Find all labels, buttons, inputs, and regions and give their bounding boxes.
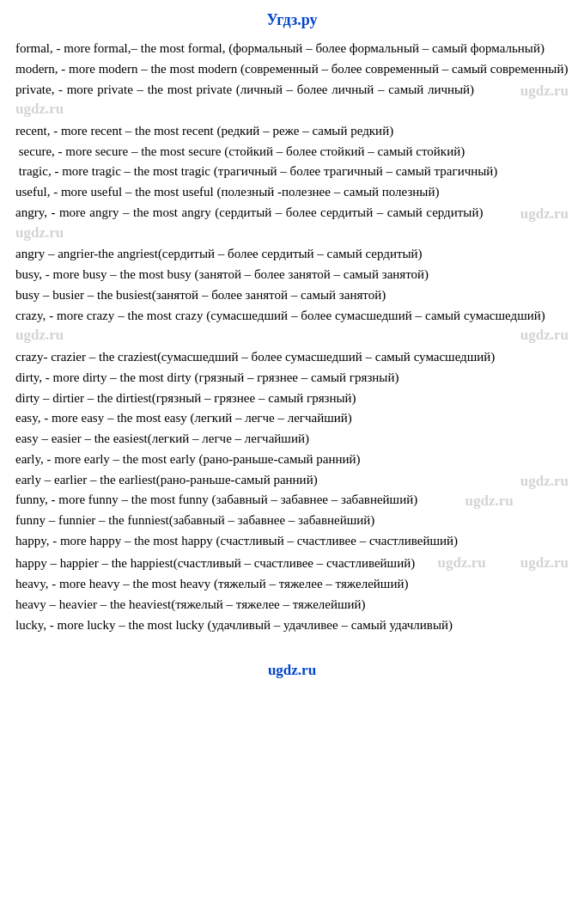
list-item: useful, - more useful – the most useful … <box>15 183 569 202</box>
list-item: heavy – heavier – the heaviest(тяжелый –… <box>15 596 569 615</box>
list-item: early, - more early – the most early (ра… <box>15 450 569 469</box>
list-item: early – earlier – the earliest(рано-рань… <box>15 471 569 490</box>
watermark-inline: ugdz.ru <box>520 471 569 493</box>
entry-text: crazy- crazier – the craziest(сумасшедши… <box>15 350 495 364</box>
site-header: Угдз.ру <box>0 0 584 36</box>
entry-text: easy – easier – the easiest(легкий – лег… <box>15 431 309 445</box>
entry-text: crazy, - more crazy – the most crazy (су… <box>15 309 545 322</box>
list-item: heavy, - more heavy – the most heavy (тя… <box>15 575 569 594</box>
list-item: crazy- crazier – the craziest(сумасшедши… <box>15 348 569 367</box>
entry-text: tragic, - more tragic – the most tragic … <box>15 164 497 178</box>
entry-text: early, - more early – the most early (ра… <box>15 452 361 466</box>
entry-text: heavy – heavier – the heaviest(тяжелый –… <box>15 597 366 611</box>
list-item: angry – angrier-the angriest(сердитый – … <box>15 245 569 264</box>
main-content: formal, - more formal,– the most formal,… <box>0 36 584 645</box>
list-item: angry, - more angry – the most angry (се… <box>15 204 569 243</box>
entry-text: recent, - more recent – the most recent … <box>15 124 393 138</box>
entry-text: busy, - more busy – the most busy (занят… <box>15 267 429 281</box>
entry-text: angry – angrier-the angriest(сердитый – … <box>15 247 423 260</box>
list-item: recent, - more recent – the most recent … <box>15 122 569 141</box>
entry-text: formal, - more formal,– the most formal,… <box>15 41 544 55</box>
entry-text: dirty, - more dirty – the most dirty (гр… <box>15 370 398 384</box>
list-item: funny, - more funny – the most funny (за… <box>15 491 569 510</box>
list-item: funny – funnier – the funniest(забавный … <box>15 511 569 530</box>
site-footer: ugdz.ru <box>0 660 584 690</box>
watermark-inline: ugdz.ru <box>520 81 569 102</box>
entry-text: angry, - more angry – the most angry (се… <box>15 205 483 219</box>
list-item: modern, - more modern – the most modern … <box>15 60 569 79</box>
entry-text: modern, - more modern – the most modern … <box>15 62 568 76</box>
entry-text: lucky, - more lucky – the most lucky (уд… <box>15 618 453 632</box>
entry-text: funny – funnier – the funniest(забавный … <box>15 513 374 527</box>
list-item: lucky, - more lucky – the most lucky (уд… <box>15 616 569 635</box>
watermark-inline: ugdz.ru <box>520 204 569 225</box>
entry-text: useful, - more useful – the most useful … <box>15 185 439 199</box>
list-item: tragic, - more tragic – the most tragic … <box>15 162 569 181</box>
entry-text: heavy, - more heavy – the most heavy (тя… <box>15 577 408 591</box>
entry-text: happy, - more happy – the most happy (сч… <box>15 534 458 548</box>
watermark-inline: ugdz.ru <box>520 553 569 574</box>
list-item: formal, - more formal,– the most formal,… <box>15 40 569 58</box>
list-item: happy, - more happy – the most happy (сч… <box>15 532 569 551</box>
watermark-inline2: ugdz.ru <box>15 101 64 117</box>
list-item: easy – easier – the easiest(легкий – лег… <box>15 430 569 449</box>
entry-text: easy, - more easy – the most easy (легки… <box>15 411 352 425</box>
watermark-inline2: ugdz.ru <box>437 554 485 571</box>
entry-text: happy – happier – the happiest(счастливы… <box>15 556 415 570</box>
list-item: happy – happier – the happiest(счастливы… <box>15 553 569 574</box>
list-item: crazy, - more crazy – the most crazy (су… <box>15 307 569 346</box>
list-item: dirty, - more dirty – the most dirty (гр… <box>15 369 569 388</box>
entry-text: private, - more private – the most priva… <box>15 83 474 96</box>
watermark-inline2: ugdz.ru <box>15 224 64 241</box>
watermark-inline: ugdz.ru <box>520 325 569 346</box>
list-item: private, - more private – the most priva… <box>15 81 569 120</box>
entry-text: dirty – dirtier – the dirtiest(грязный –… <box>15 391 356 405</box>
entry-text: funny, - more funny – the most funny (за… <box>15 493 417 506</box>
list-item: secure, - more secure – the most secure … <box>15 143 569 162</box>
entry-text: secure, - more secure – the most secure … <box>15 144 465 158</box>
list-item: busy, - more busy – the most busy (занят… <box>15 266 569 285</box>
list-item: dirty – dirtier – the dirtiest(грязный –… <box>15 389 569 408</box>
watermark-inline2: ugdz.ru <box>465 491 514 512</box>
list-item: busy – busier – the busiest(занятой – бо… <box>15 286 569 305</box>
list-item: easy, - more easy – the most easy (легки… <box>15 409 569 428</box>
entry-text: early – earlier – the earliest(рано-рань… <box>15 473 318 486</box>
entry-text: busy – busier – the busiest(занятой – бо… <box>15 288 386 302</box>
watermark-inline2: ugdz.ru <box>15 327 64 343</box>
